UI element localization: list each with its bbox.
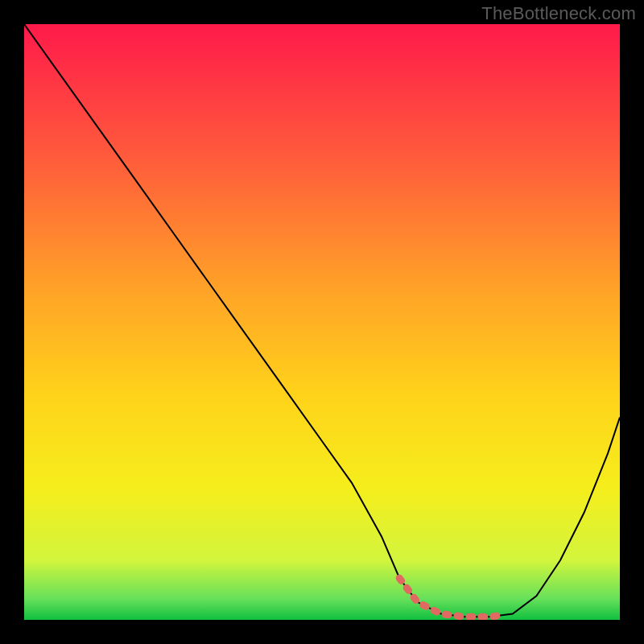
chart-container: TheBottleneck.com (0, 0, 644, 644)
gradient-background (24, 24, 620, 620)
watermark-text: TheBottleneck.com (481, 3, 636, 24)
chart-plot (24, 24, 620, 620)
chart-svg (24, 24, 620, 620)
